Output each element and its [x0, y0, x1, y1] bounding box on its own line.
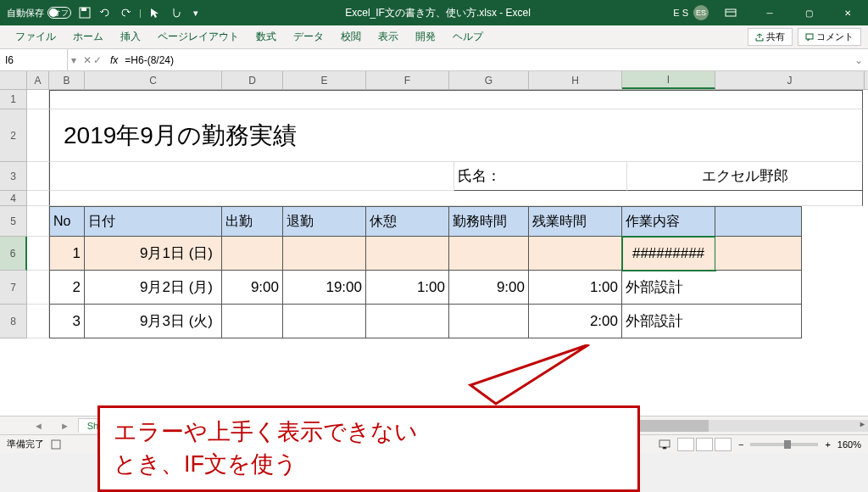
zoom-out-button[interactable]: −	[738, 439, 743, 450]
callout-pointer-icon	[453, 344, 606, 412]
comment-button[interactable]: コメント	[798, 28, 861, 46]
zoom-level[interactable]: 160%	[837, 439, 861, 450]
tab-file[interactable]: ファイル	[7, 26, 64, 48]
page-layout-view-button[interactable]	[696, 438, 713, 451]
col-header[interactable]: E	[283, 71, 366, 89]
page-break-view-button[interactable]	[715, 438, 732, 451]
tab-insert[interactable]: 挿入	[112, 26, 149, 48]
cell[interactable]: 1	[49, 237, 85, 271]
cell[interactable]: 外部設計	[622, 305, 802, 338]
selected-cell[interactable]: #########	[622, 237, 715, 271]
undo-icon[interactable]	[98, 6, 112, 20]
col-header[interactable]: D	[222, 71, 283, 89]
cell[interactable]: 1:00	[366, 271, 449, 305]
accept-formula-icon[interactable]: ✓	[93, 54, 102, 66]
col-header[interactable]: J	[715, 71, 865, 89]
save-icon[interactable]	[78, 6, 92, 20]
row-header[interactable]: 7	[0, 271, 27, 305]
name-box[interactable]: I6	[0, 49, 68, 70]
row-header[interactable]: 3	[0, 162, 27, 191]
user-avatar[interactable]: ES	[693, 5, 709, 20]
cell[interactable]	[366, 237, 449, 271]
zoom-in-button[interactable]: +	[825, 439, 830, 450]
cell[interactable]	[449, 305, 529, 338]
autosave-toggle[interactable]: 自動保存 オフ	[7, 7, 71, 20]
fx-icon[interactable]: fx	[110, 54, 118, 66]
cell[interactable]: 9月3日 (火)	[85, 305, 222, 338]
callout-line1: エラーや上手く表示できない	[114, 417, 624, 449]
col-header[interactable]: C	[85, 71, 222, 89]
col-header[interactable]: B	[49, 71, 85, 89]
row-header[interactable]: 4	[0, 191, 27, 206]
minimize-button[interactable]: ─	[753, 0, 787, 25]
cell[interactable]: 9:00	[222, 271, 283, 305]
col-header[interactable]: F	[366, 71, 449, 89]
cell[interactable]	[283, 237, 366, 271]
touch-icon[interactable]	[169, 6, 182, 20]
select-all-corner[interactable]	[0, 71, 27, 89]
th-break: 休憩	[366, 206, 449, 237]
cell[interactable]: 9:00	[449, 271, 529, 305]
cell[interactable]	[449, 237, 529, 271]
zoom-slider[interactable]	[750, 443, 818, 446]
sheet-nav-next-icon[interactable]: ►	[60, 421, 70, 431]
row-header[interactable]: 5	[0, 206, 27, 237]
display-settings-icon[interactable]	[659, 439, 670, 450]
sheet-nav-prev-icon[interactable]: ◄	[34, 421, 43, 431]
formula-input[interactable]: =H6-(8/24)	[123, 53, 849, 68]
cell[interactable]: 9月1日 (日)	[85, 237, 222, 271]
cell[interactable]: 3	[49, 305, 85, 338]
tab-help[interactable]: ヘルプ	[444, 26, 492, 48]
share-icon	[755, 33, 764, 42]
expand-formula-icon[interactable]: ⌄	[849, 54, 868, 66]
cell[interactable]: 2	[49, 271, 85, 305]
col-header[interactable]: G	[449, 71, 529, 89]
ribbon-options-icon[interactable]	[714, 0, 748, 25]
svg-rect-2	[726, 9, 736, 16]
cell[interactable]	[283, 305, 366, 338]
cell[interactable]	[222, 237, 283, 271]
tab-view[interactable]: 表示	[370, 26, 407, 48]
tab-review[interactable]: 校閲	[332, 26, 370, 48]
col-header[interactable]: H	[529, 71, 622, 89]
qat-dropdown-icon[interactable]: ▾	[189, 6, 203, 20]
tab-layout[interactable]: ページレイアウト	[149, 26, 248, 48]
name-label: 氏名：	[454, 162, 627, 191]
cell[interactable]: 2:00	[529, 305, 622, 338]
redo-icon[interactable]	[119, 6, 132, 20]
svg-rect-1	[81, 8, 86, 11]
normal-view-button[interactable]	[677, 438, 694, 451]
col-header[interactable]: I	[622, 71, 715, 89]
cell[interactable]	[715, 237, 802, 271]
share-button[interactable]: 共有	[748, 28, 793, 46]
record-macro-icon[interactable]	[51, 439, 61, 450]
cell[interactable]	[366, 305, 449, 338]
namebox-dropdown-icon[interactable]: ▾	[68, 54, 80, 66]
cell[interactable]: 外部設計	[622, 271, 802, 305]
row-header[interactable]: 6	[0, 237, 27, 271]
tab-developer[interactable]: 開発	[407, 26, 444, 48]
cell[interactable]	[529, 237, 622, 271]
th-in: 出勤	[222, 206, 283, 237]
th-ot: 残業時間	[529, 206, 622, 237]
annotation-callout: エラーや上手く表示できない とき、IF文を使う	[97, 378, 640, 492]
col-header[interactable]: A	[27, 71, 49, 89]
cursor-icon[interactable]	[148, 6, 162, 20]
cell[interactable]: 1:00	[529, 271, 622, 305]
tab-data[interactable]: データ	[285, 26, 332, 48]
row-header[interactable]: 1	[0, 90, 27, 109]
maximize-button[interactable]: ▢	[792, 0, 826, 25]
cancel-formula-icon[interactable]: ✕	[83, 54, 92, 66]
sheet-grid[interactable]: A B C D E F G H I J 1 2 2019年9月の勤務実績 3 氏…	[0, 71, 868, 416]
cell[interactable]: 19:00	[283, 271, 366, 305]
row-header[interactable]: 8	[0, 305, 27, 338]
cell[interactable]: 9月2日 (月)	[85, 271, 222, 305]
tab-formulas[interactable]: 数式	[248, 26, 285, 48]
cell[interactable]	[222, 305, 283, 338]
row-header[interactable]: 2	[0, 109, 27, 162]
close-button[interactable]: ✕	[831, 0, 865, 25]
titlebar: 自動保存 オフ | ▾ Excel_IF文の書き方、使い方.xlsx - Exc…	[0, 0, 868, 25]
tab-home[interactable]: ホーム	[64, 26, 112, 48]
th-out: 退勤	[283, 206, 366, 237]
scroll-right-icon[interactable]: ►	[859, 420, 866, 428]
